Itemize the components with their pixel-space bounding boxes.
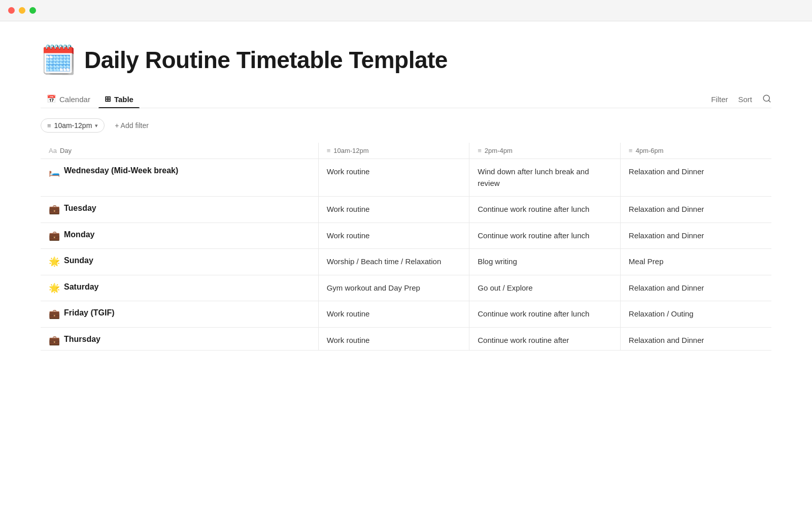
cell-4pm-friday[interactable]: Relaxation / Outing: [620, 301, 771, 328]
cell-day-thursday[interactable]: 💼Thursday: [41, 327, 318, 351]
day-name: Friday (TGIF): [64, 308, 115, 318]
view-tabs: 📅 Calendar ⊞ Table Filter Sort: [41, 90, 771, 108]
col-header-2pm[interactable]: ≡ 2pm-4pm: [469, 143, 621, 159]
col-header-4pm[interactable]: ≡ 4pm-6pm: [620, 143, 771, 159]
sort-button[interactable]: Sort: [738, 95, 752, 104]
table-row[interactable]: 💼Friday (TGIF)Work routineContinue work …: [41, 301, 771, 328]
cell-10am-tuesday[interactable]: Work routine: [318, 197, 469, 223]
page-emoji: 🗓️: [41, 46, 76, 74]
cell-day-wednesday[interactable]: 🛏️Wednesday (Mid-Week break): [41, 159, 318, 197]
cell-2pm-monday[interactable]: Continue work routine after lunch: [469, 223, 621, 249]
tabs-right: Filter Sort: [711, 94, 771, 105]
page-title-row: 🗓️ Daily Routine Timetable Template: [41, 46, 771, 74]
active-filter-pill[interactable]: ≡ 10am-12pm ▾: [41, 118, 105, 133]
cell-2pm-friday[interactable]: Continue work routine after lunch: [469, 301, 621, 328]
page-title: Daily Routine Timetable Template: [84, 46, 448, 74]
col-4pm-label: 4pm-6pm: [635, 147, 663, 154]
cell-2pm-saturday[interactable]: Go out / Explore: [469, 275, 621, 301]
cell-4pm-wednesday[interactable]: Relaxation and Dinner: [620, 159, 771, 197]
window-chrome: [0, 0, 812, 21]
tab-calendar[interactable]: 📅 Calendar: [41, 90, 96, 108]
cell-text: Meal Prep: [629, 257, 663, 266]
add-filter-button[interactable]: + Add filter: [111, 119, 153, 132]
tab-table-label: Table: [114, 95, 133, 104]
cell-text: Gym workout and Day Prep: [327, 283, 420, 292]
filter-label: 10am-12pm: [54, 121, 92, 130]
day-name: Saturday: [64, 282, 98, 292]
cell-10am-sunday[interactable]: Worship / Beach time / Relaxation: [318, 249, 469, 275]
cell-text: Continue work routine after lunch: [478, 231, 589, 240]
cell-text: Continue work routine after lunch: [478, 309, 589, 318]
chevron-down-icon: ▾: [95, 122, 98, 129]
table-row[interactable]: 💼TuesdayWork routineContinue work routin…: [41, 197, 771, 223]
cell-4pm-tuesday[interactable]: Relaxation and Dinner: [620, 197, 771, 223]
cell-4pm-thursday[interactable]: Relaxation and Dinner: [620, 327, 771, 351]
table-row[interactable]: 💼ThursdayWork routineContinue work routi…: [41, 327, 771, 351]
cell-day-tuesday[interactable]: 💼Tuesday: [41, 197, 318, 223]
cell-4pm-monday[interactable]: Relaxation and Dinner: [620, 223, 771, 249]
calendar-icon: 📅: [47, 94, 56, 104]
cell-2pm-wednesday[interactable]: Wind down after lunch break and review: [469, 159, 621, 197]
day-name: Sunday: [64, 256, 93, 265]
table-row[interactable]: 🌟SundayWorship / Beach time / Relaxation…: [41, 249, 771, 275]
day-emoji: 🛏️: [49, 166, 60, 177]
cell-text: Relaxation / Outing: [629, 309, 694, 318]
cell-2pm-thursday[interactable]: Continue work routine after: [469, 327, 621, 351]
day-name: Tuesday: [64, 204, 96, 213]
cell-4pm-sunday[interactable]: Meal Prep: [620, 249, 771, 275]
cell-2pm-sunday[interactable]: Blog writing: [469, 249, 621, 275]
svg-line-1: [768, 100, 770, 102]
cell-10am-monday[interactable]: Work routine: [318, 223, 469, 249]
close-button[interactable]: [8, 7, 15, 14]
lines-icon-2: ≡: [478, 147, 482, 154]
search-button[interactable]: [762, 94, 771, 105]
cell-10am-saturday[interactable]: Gym workout and Day Prep: [318, 275, 469, 301]
col-2pm-label: 2pm-4pm: [485, 147, 513, 154]
day-emoji: 💼: [49, 230, 60, 241]
lines-icon-1: ≡: [327, 147, 331, 154]
filter-lines-icon: ≡: [47, 122, 51, 130]
day-name: Wednesday (Mid-Week break): [64, 166, 178, 175]
cell-10am-friday[interactable]: Work routine: [318, 301, 469, 328]
cell-text: Continue work routine after: [478, 336, 569, 344]
maximize-button[interactable]: [29, 7, 36, 14]
cell-day-sunday[interactable]: 🌟Sunday: [41, 249, 318, 275]
cell-text: Relaxation and Dinner: [629, 283, 704, 292]
cell-text: Blog writing: [478, 257, 517, 266]
cell-text: Work routine: [327, 336, 370, 344]
cell-4pm-saturday[interactable]: Relaxation and Dinner: [620, 275, 771, 301]
filter-bar: ≡ 10am-12pm ▾ + Add filter: [41, 118, 771, 133]
cell-day-friday[interactable]: 💼Friday (TGIF): [41, 301, 318, 328]
cell-text: Work routine: [327, 309, 370, 318]
cell-text: Work routine: [327, 205, 370, 213]
cell-text: Worship / Beach time / Relaxation: [327, 257, 442, 266]
table-row[interactable]: 🛏️Wednesday (Mid-Week break)Work routine…: [41, 159, 771, 197]
tab-table[interactable]: ⊞ Table: [98, 90, 140, 108]
col-header-day[interactable]: Aa Day: [41, 143, 318, 159]
day-name: Thursday: [64, 335, 100, 344]
table-row[interactable]: 💼MondayWork routineContinue work routine…: [41, 223, 771, 249]
cell-10am-thursday[interactable]: Work routine: [318, 327, 469, 351]
table-icon: ⊞: [105, 94, 111, 104]
table-row[interactable]: 🌟SaturdayGym workout and Day PrepGo out …: [41, 275, 771, 301]
cell-2pm-tuesday[interactable]: Continue work routine after lunch: [469, 197, 621, 223]
day-name: Monday: [64, 230, 94, 239]
day-emoji: 💼: [49, 308, 60, 320]
cell-text: Work routine: [327, 231, 370, 240]
add-filter-label: + Add filter: [115, 121, 149, 130]
cell-text: Continue work routine after lunch: [478, 205, 589, 213]
cell-text: Relaxation and Dinner: [629, 205, 704, 213]
cell-text: Relaxation and Dinner: [629, 336, 704, 344]
filter-button[interactable]: Filter: [711, 95, 728, 104]
tab-calendar-label: Calendar: [59, 95, 90, 104]
cell-text: Go out / Explore: [478, 283, 532, 292]
aa-icon: Aa: [49, 147, 57, 154]
day-emoji: 🌟: [49, 256, 60, 267]
table-header-row: Aa Day ≡ 10am-12pm ≡ 2pm-4pm: [41, 143, 771, 159]
col-day-label: Day: [60, 147, 72, 154]
minimize-button[interactable]: [19, 7, 25, 14]
cell-day-saturday[interactable]: 🌟Saturday: [41, 275, 318, 301]
cell-day-monday[interactable]: 💼Monday: [41, 223, 318, 249]
col-header-10am[interactable]: ≡ 10am-12pm: [318, 143, 469, 159]
cell-10am-wednesday[interactable]: Work routine: [318, 159, 469, 197]
